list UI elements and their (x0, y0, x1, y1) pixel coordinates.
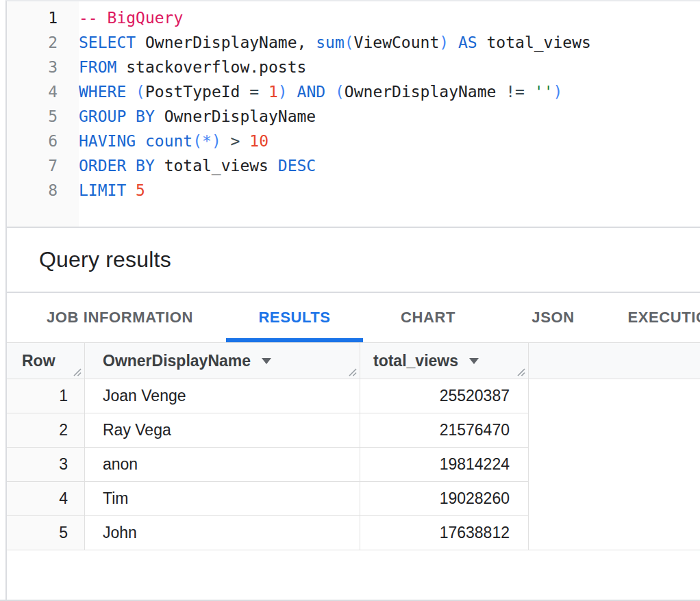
tab-chart[interactable]: CHART (363, 293, 493, 342)
filler-cell (529, 482, 700, 516)
row-number-cell: 1 (7, 379, 85, 413)
code-token-pl: total_views (155, 157, 278, 175)
code-token-pl: OwnerDisplayName (345, 83, 505, 101)
column-header-total-views[interactable]: total_views (360, 343, 529, 379)
table-row: 4Tim19028260 (7, 482, 700, 516)
page-title: Query results (39, 247, 171, 272)
code-line[interactable]: HAVING count(*) > 10 (79, 129, 700, 153)
code-token-pl (126, 181, 136, 199)
code-line[interactable]: GROUP BY OwnerDisplayName (79, 104, 700, 129)
code-token-kw: LIMIT (79, 181, 126, 199)
total-views-cell: 21576470 (360, 413, 529, 448)
column-header-label: total_views (373, 352, 458, 370)
code-token-pr: ) (553, 83, 563, 101)
total-views-cell: 25520387 (360, 379, 529, 413)
code-token-pl (126, 83, 136, 101)
code-line[interactable]: -- BigQuery (79, 5, 700, 30)
code-token-kw: AND (297, 83, 326, 101)
code-token-kw: count (145, 132, 192, 150)
code-line[interactable]: SELECT OwnerDisplayName, sum(ViewCount) … (79, 30, 700, 55)
column-resize-handle-icon[interactable] (516, 367, 526, 377)
filler-cell (529, 448, 700, 482)
column-menu-dropdown-icon[interactable] (469, 358, 479, 364)
code-token-pl: ViewCount (354, 34, 440, 51)
code-token-pl (136, 132, 145, 150)
code-line[interactable]: ORDER BY total_views DESC (79, 153, 700, 178)
code-token-op: != (505, 83, 534, 101)
code-token-pr: ( (136, 83, 145, 101)
editor-code[interactable]: -- BigQuerySELECT OwnerDisplayName, sum(… (79, 1, 700, 227)
code-token-pl: OwnerDisplayName, (136, 34, 316, 51)
code-token-op: > (231, 132, 250, 150)
code-token-kw: GROUP BY (79, 107, 155, 125)
total-views-cell: 17638812 (360, 516, 529, 550)
column-header-filler (529, 343, 700, 379)
line-number: 2 (7, 30, 79, 55)
line-number: 7 (7, 153, 79, 178)
code-token-kw: DESC (278, 157, 316, 175)
code-token-pl (288, 83, 297, 101)
code-token-pl: stackoverflow.posts (116, 58, 306, 76)
query-results-panel: 12345678 -- BigQuerySELECT OwnerDisplayN… (5, 0, 700, 600)
code-token-pl (325, 83, 335, 101)
code-token-kw: HAVING (79, 132, 136, 150)
line-number: 8 (7, 178, 79, 203)
table-row: 5John17638812 (7, 516, 700, 550)
code-token-kw: ORDER BY (79, 157, 155, 175)
total-views-cell: 19814224 (360, 448, 529, 482)
line-number: 5 (7, 104, 79, 129)
table-row: 2Ray Vega21576470 (7, 413, 700, 448)
row-number-cell: 3 (7, 448, 85, 482)
code-token-kw: WHERE (79, 83, 126, 101)
results-tab-bar: JOB INFORMATIONRESULTSCHARTJSONEXECUTION… (7, 292, 700, 343)
code-token-pr: (*) (192, 132, 221, 150)
code-token-str: '' (534, 83, 553, 101)
code-token-op: = (249, 83, 268, 101)
code-token-pr: ( (345, 34, 354, 51)
tab-job-information[interactable]: JOB INFORMATION (14, 293, 226, 342)
code-token-pl: OwnerDisplayName (155, 107, 316, 125)
line-number: 3 (7, 55, 79, 79)
code-token-kw: AS (458, 34, 477, 51)
table-row: 3anon19814224 (7, 448, 700, 482)
code-line[interactable]: LIMIT 5 (79, 178, 700, 203)
row-number-cell: 2 (7, 413, 85, 448)
total-views-cell: 19028260 (360, 482, 529, 516)
results-header: Query results (7, 227, 700, 292)
owner-display-name-cell: Tim (85, 482, 360, 516)
code-line[interactable]: FROM stackoverflow.posts (79, 55, 700, 79)
code-token-pr: ) (278, 83, 288, 101)
owner-display-name-cell: John (85, 516, 360, 550)
line-number: 1 (7, 5, 79, 30)
column-menu-dropdown-icon[interactable] (262, 358, 271, 364)
filler-cell (529, 379, 700, 413)
tab-json[interactable]: JSON (493, 293, 613, 342)
tab-execution-details[interactable]: EXECUTION DETAILS (613, 293, 700, 342)
column-resize-handle-icon[interactable] (347, 367, 358, 377)
code-token-pl (221, 132, 231, 150)
tab-results[interactable]: RESULTS (226, 293, 363, 342)
owner-display-name-cell: anon (85, 448, 360, 482)
sql-editor[interactable]: 12345678 -- BigQuerySELECT OwnerDisplayN… (7, 1, 700, 227)
column-resize-handle-icon[interactable] (72, 367, 82, 377)
line-number: 4 (7, 79, 79, 104)
editor-gutter: 12345678 (7, 1, 79, 227)
code-token-pr: ( (335, 83, 345, 101)
owner-display-name-cell: Joan Venge (85, 379, 360, 413)
line-number: 6 (7, 129, 79, 153)
code-token-kw: FROM (79, 58, 116, 76)
column-header-label: OwnerDisplayName (103, 352, 251, 370)
code-token-pr: ) (439, 34, 449, 51)
code-token-pl: total_views (477, 34, 591, 51)
row-number-cell: 4 (7, 482, 85, 516)
code-token-kw: SELECT (79, 34, 136, 51)
owner-display-name-cell: Ray Vega (85, 413, 360, 448)
column-header-ownerdisplayname[interactable]: OwnerDisplayName (85, 343, 360, 379)
results-table-header: Row OwnerDisplayName total_views (7, 343, 700, 379)
code-token-num: 1 (268, 83, 278, 101)
column-header-label: Row (22, 352, 55, 370)
code-token-pl: PostTypeId (145, 83, 249, 101)
results-table-body: 1Joan Venge255203872Ray Vega215764703ano… (7, 379, 700, 550)
code-token-kw: sum (316, 34, 345, 51)
code-line[interactable]: WHERE (PostTypeId = 1) AND (OwnerDisplay… (79, 79, 700, 104)
